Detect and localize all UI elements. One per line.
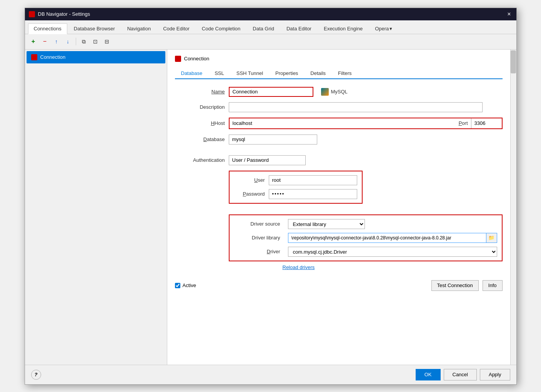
reload-drivers-link[interactable]: Reload drivers: [283, 264, 315, 270]
toolbar-separator: [76, 38, 76, 45]
inner-tab-ssl[interactable]: SSL: [208, 68, 230, 79]
driver-row: Driver com.mysql.cj.jdbc.Driver: [234, 247, 497, 257]
scrollbar[interactable]: [510, 50, 516, 365]
apply-button[interactable]: Apply: [480, 369, 510, 380]
driver-library-input[interactable]: [288, 233, 486, 243]
database-label: Database: [175, 136, 225, 142]
connection-icon: [31, 54, 37, 60]
authentication-label: Authentication: [175, 157, 225, 163]
bottom-bar: ? OK Cancel Apply: [25, 365, 516, 384]
tab-overflow-icon: ▾: [390, 26, 392, 32]
top-tab-bar: Connections Database Browser Navigation …: [25, 20, 516, 34]
dialog-title: DB Navigator - Settings: [38, 11, 90, 17]
driver-library-input-wrapper: 📁: [288, 233, 497, 243]
inner-tab-ssh-tunnel[interactable]: SSH Tunnel: [230, 68, 269, 79]
driver-library-label: Driver library: [234, 235, 280, 241]
user-label: User: [234, 177, 265, 183]
inner-tab-database[interactable]: Database: [175, 68, 209, 79]
tab-database-browser[interactable]: Database Browser: [68, 23, 121, 34]
main-panel: Connection Database SSL SSH Tunnel Prope…: [167, 50, 510, 365]
password-label: Password: [234, 191, 265, 197]
tab-opera[interactable]: Opera ▾: [369, 23, 398, 34]
database-row: Database: [175, 135, 503, 145]
driver-source-row: Driver source External library Maven Bun…: [234, 219, 497, 229]
active-checkbox-label[interactable]: Active: [175, 282, 196, 288]
driver-highlight-box: Driver source External library Maven Bun…: [229, 214, 503, 261]
port-input[interactable]: [471, 118, 502, 128]
name-row: Name MySQL: [175, 87, 503, 97]
driver-source-wrapper: External library Maven Bundled: [288, 219, 365, 229]
authentication-row: Authentication User / Password No Auth O…: [175, 155, 503, 165]
name-label: Name: [175, 89, 225, 95]
settings-dialog: DB Navigator - Settings × Connections Da…: [25, 8, 517, 385]
inner-tab-details[interactable]: Details: [304, 68, 332, 79]
panel-title: Connection: [175, 56, 503, 62]
driver-section: Driver source External library Maven Bun…: [175, 214, 503, 261]
tab-connections[interactable]: Connections: [28, 23, 67, 34]
inner-tab-bar: Database SSL SSH Tunnel Properties Detai…: [175, 68, 503, 79]
app-icon: [29, 11, 35, 17]
user-row: User: [234, 175, 357, 185]
driver-section-spacer: [175, 214, 225, 217]
test-connection-button[interactable]: Test Connection: [431, 280, 479, 291]
active-checkbox[interactable]: [175, 283, 180, 288]
password-row: Password: [234, 189, 357, 199]
move-down-button[interactable]: ↓: [63, 37, 73, 46]
tab-code-completion[interactable]: Code Completion: [196, 23, 246, 34]
mysql-badge: MySQL: [321, 88, 348, 96]
folder-icon: 📁: [488, 235, 494, 241]
sidebar-item-connection[interactable]: Connection: [27, 51, 165, 63]
action-buttons: OK Cancel Apply: [416, 369, 510, 380]
paste1-button[interactable]: ⊡: [91, 37, 100, 46]
inner-tab-properties[interactable]: Properties: [269, 68, 304, 79]
panel-icon: [175, 56, 181, 62]
paste2-button[interactable]: ⊟: [102, 37, 112, 46]
host-input[interactable]: [230, 118, 456, 128]
info-button[interactable]: Info: [483, 280, 503, 291]
tab-data-editor[interactable]: Data Editor: [281, 23, 317, 34]
database-form: Name MySQL Description HHost: [175, 87, 503, 294]
tab-data-grid[interactable]: Data Grid: [247, 23, 280, 34]
copy-button[interactable]: ⧉: [79, 37, 88, 46]
panel-title-text: Connection: [184, 56, 210, 61]
title-bar: DB Navigator - Settings ×: [25, 8, 516, 20]
driver-label: Driver: [234, 249, 280, 254]
test-info-buttons: Test Connection Info: [431, 280, 503, 291]
user-input[interactable]: [269, 175, 357, 185]
ok-button[interactable]: OK: [416, 369, 441, 380]
cancel-button[interactable]: Cancel: [444, 369, 477, 380]
driver-select[interactable]: com.mysql.cj.jdbc.Driver: [288, 247, 497, 257]
remove-button[interactable]: −: [40, 37, 50, 46]
active-row: Active Test Connection Info: [175, 277, 503, 294]
driver-library-row: Driver library 📁: [234, 233, 497, 243]
sidebar-item-label: Connection: [40, 54, 66, 60]
browse-button[interactable]: 📁: [486, 233, 497, 243]
mysql-label: MySQL: [331, 89, 348, 95]
tab-code-editor[interactable]: Code Editor: [157, 23, 195, 34]
database-input[interactable]: [229, 135, 317, 145]
driver-source-select[interactable]: External library Maven Bundled: [288, 219, 365, 229]
help-button[interactable]: ?: [31, 370, 41, 380]
move-up-button[interactable]: ↑: [52, 37, 61, 46]
add-button[interactable]: +: [29, 37, 38, 46]
tab-execution-engine[interactable]: Execution Engine: [318, 23, 368, 34]
password-input[interactable]: [269, 189, 357, 199]
driver-source-label: Driver source: [234, 221, 280, 227]
driver-select-wrapper: com.mysql.cj.jdbc.Driver: [288, 247, 497, 257]
reload-row: Reload drivers: [229, 264, 503, 270]
authentication-select[interactable]: User / Password No Auth OS Credentials: [229, 155, 306, 165]
content-area: Connection Connection Database SSL SSH T…: [25, 50, 516, 365]
description-row: Description: [175, 102, 503, 112]
description-input[interactable]: [229, 102, 483, 112]
spacer2: [175, 209, 503, 214]
mysql-icon: [321, 88, 329, 96]
spacer1: [175, 150, 503, 155]
authentication-select-wrapper: User / Password No Auth OS Credentials: [229, 155, 306, 165]
port-label: Port: [456, 120, 471, 126]
bottom-left: ?: [31, 370, 416, 380]
close-button[interactable]: ×: [506, 11, 512, 17]
name-input[interactable]: [229, 87, 313, 97]
sidebar: Connection: [25, 50, 167, 365]
inner-tab-filters[interactable]: Filters: [332, 68, 358, 79]
tab-navigation[interactable]: Navigation: [122, 23, 156, 34]
